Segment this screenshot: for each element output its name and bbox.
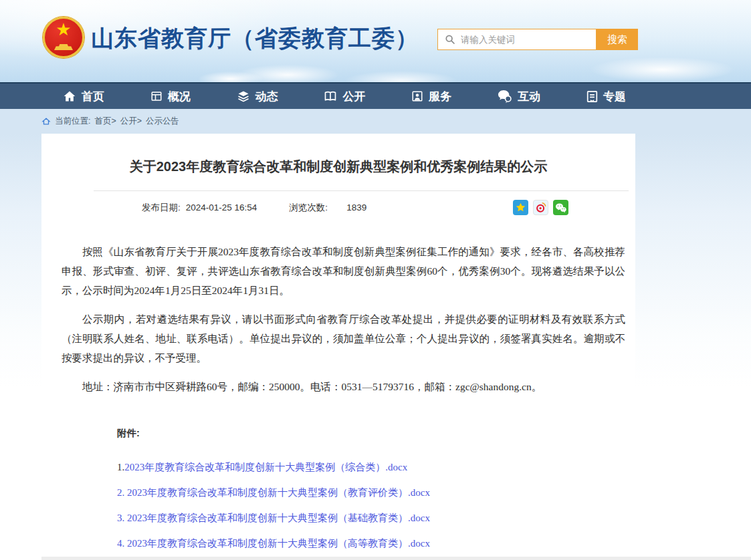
footer-strip xyxy=(41,557,751,560)
attachments-label: 附件: xyxy=(117,427,625,440)
paragraph: 地址：济南市市中区舜耕路60号，邮编：250000。电话：0531—517937… xyxy=(62,377,625,396)
search-icon xyxy=(445,34,455,45)
attachment-item: 4. 2023年度教育综合改革和制度创新十大典型案例（高等教育类）.docx xyxy=(117,531,625,556)
attachment-link-4[interactable]: 2023年度教育综合改革和制度创新十大典型案例（高等教育类）.docx xyxy=(127,538,430,549)
publish-date-value: 2024-01-25 16:54 xyxy=(186,202,257,213)
views-label: 浏览次数: xyxy=(289,202,328,214)
star-icon: ★ xyxy=(45,21,82,38)
search-input[interactable] xyxy=(459,34,596,45)
site-logo: ★ xyxy=(43,17,84,58)
nav-label: 互动 xyxy=(518,89,540,104)
breadcrumb-prefix: 当前位置: xyxy=(55,116,90,127)
article-title: 关于2023年度教育综合改革和制度创新典型案例和优秀案例结果的公示 xyxy=(41,134,635,175)
attachment-link-2[interactable]: 2023年度教育综合改革和制度创新十大典型案例（教育评价类）.docx xyxy=(127,487,430,498)
nav-item-topics[interactable]: 专题 xyxy=(586,89,626,104)
attachment-link-1[interactable]: 2023年度教育综合改革和制度创新十大典型案例（综合类）.docx xyxy=(124,462,407,472)
service-icon xyxy=(411,90,423,102)
paragraph: 公示期内，若对遴选结果有异议，请以书面形式向省教育厅综合改革处提出，并提供必要的… xyxy=(62,309,625,368)
attachment-number: 1. xyxy=(117,462,124,472)
publish-date-label: 发布日期: xyxy=(142,202,181,214)
article-body: 按照《山东省教育厅关于开展2023年度教育综合改革和制度创新典型案例征集工作的通… xyxy=(41,215,635,560)
content-background: 关于2023年度教育综合改革和制度创新典型案例和优秀案例结果的公示 发布日期: … xyxy=(0,134,751,560)
share-buttons xyxy=(513,200,568,215)
attachment-item: 3. 2023年度教育综合改革和制度创新十大典型案例（基础教育类）.docx xyxy=(117,505,625,531)
nav-label: 概况 xyxy=(168,89,191,104)
nav-label: 专题 xyxy=(603,89,626,104)
breadcrumb-link-notices[interactable]: 公示公告 xyxy=(146,116,179,127)
dynamics-icon xyxy=(237,90,250,103)
breadcrumb-link-home[interactable]: 首页> xyxy=(94,116,116,127)
nav-label: 首页 xyxy=(82,89,104,104)
attachment-number: 3. xyxy=(117,513,127,523)
nav-item-home[interactable]: 首页 xyxy=(63,89,104,104)
attachments-list: 1.2023年度教育综合改革和制度创新十大典型案例（综合类）.docx 2. 2… xyxy=(117,454,625,560)
nav-label: 动态 xyxy=(255,89,278,104)
search-bar: 搜索 xyxy=(437,29,638,50)
search-box xyxy=(437,29,597,50)
topics-icon xyxy=(586,90,598,103)
page: ★ 山东省教育厅（省委教育工委） 搜索 首页 概况 xyxy=(0,0,751,560)
attachment-number: 2. xyxy=(117,487,127,498)
paragraph: 按照《山东省教育厅关于开展2023年度教育综合改革和制度创新典型案例征集工作的通… xyxy=(62,242,625,300)
article-card: 关于2023年度教育综合改革和制度创新典型案例和优秀案例结果的公示 发布日期: … xyxy=(41,134,635,557)
article-meta: 发布日期: 2024-01-25 16:54 浏览次数: 1839 xyxy=(41,191,635,215)
search-button[interactable]: 搜索 xyxy=(597,29,638,50)
nav-item-open[interactable]: 公开 xyxy=(324,89,365,104)
attachment-item: 2. 2023年度教育综合改革和制度创新十大典型案例（教育评价类）.docx xyxy=(117,480,625,505)
breadcrumb-link-open[interactable]: 公开> xyxy=(120,116,142,127)
nav-item-dynamics[interactable]: 动态 xyxy=(237,89,278,104)
nav-item-interaction[interactable]: 互动 xyxy=(498,89,540,104)
nav-item-overview[interactable]: 概况 xyxy=(150,89,191,104)
attachment-number: 4. xyxy=(117,538,127,549)
nav-label: 服务 xyxy=(429,89,451,104)
views-value: 1839 xyxy=(346,202,366,213)
open-book-icon xyxy=(324,90,337,103)
qzone-icon[interactable] xyxy=(513,200,528,215)
nav-item-service[interactable]: 服务 xyxy=(411,89,451,104)
nav-label: 公开 xyxy=(342,89,365,104)
interaction-icon xyxy=(498,90,512,103)
attachment-link-3[interactable]: 2023年度教育综合改革和制度创新十大典型案例（基础教育类）.docx xyxy=(127,513,430,523)
overview-icon xyxy=(150,90,163,102)
site-title: 山东省教育厅（省委教育工委） xyxy=(91,23,419,53)
wechat-icon[interactable] xyxy=(553,200,568,215)
weibo-icon[interactable] xyxy=(533,200,548,215)
breadcrumb-bar: 当前位置: 首页> 公开> 公示公告 xyxy=(0,109,751,134)
gate-icon xyxy=(54,44,73,50)
site-header: ★ 山东省教育厅（省委教育工委） 搜索 xyxy=(0,0,751,82)
attachment-item: 1.2023年度教育综合改革和制度创新十大典型案例（综合类）.docx xyxy=(117,454,625,480)
breadcrumb: 当前位置: 首页> 公开> 公示公告 xyxy=(41,116,179,127)
main-nav: 首页 概况 动态 公开 服务 互动 xyxy=(0,82,751,109)
home-icon xyxy=(63,90,76,103)
breadcrumb-home-icon xyxy=(41,117,51,126)
